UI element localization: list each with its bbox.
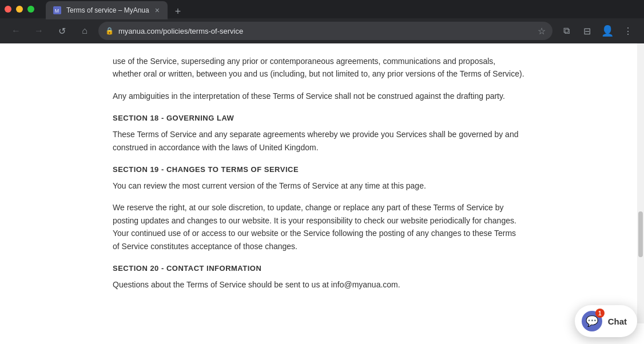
tab-close-button[interactable]: × <box>154 5 161 16</box>
cast-icon: ⊟ <box>583 26 591 37</box>
section-18-paragraph: These Terms of Service and any separate … <box>113 128 524 154</box>
chat-badge: 1 <box>595 309 605 318</box>
intro-paragraph: use of the Service, superseding any prio… <box>113 55 524 81</box>
section-19-paragraph-1: You can review the most current version … <box>113 179 524 192</box>
extensions-button[interactable]: ⧉ <box>557 22 575 40</box>
chat-icon: 💬 <box>586 315 598 327</box>
scrollbar[interactable] <box>637 43 644 323</box>
section-18-heading: SECTION 18 - GOVERNING LAW <box>113 114 524 122</box>
section-20-paragraph: Questions about the Terms of Service sho… <box>113 278 524 291</box>
chat-widget[interactable]: 💬 1 Chat <box>575 305 637 337</box>
active-tab[interactable]: M Terms of service – MyAnua × <box>46 1 168 19</box>
back-button[interactable]: ← <box>7 22 25 40</box>
tab-favicon: M <box>53 6 62 15</box>
cast-button[interactable]: ⊟ <box>578 22 596 40</box>
content-area: use of the Service, superseding any prio… <box>0 43 637 323</box>
account-button[interactable]: 👤 <box>598 22 617 40</box>
back-icon: ← <box>11 26 21 36</box>
new-tab-button[interactable]: + <box>170 3 186 19</box>
scrollbar-thumb[interactable] <box>638 211 643 257</box>
page-content: use of the Service, superseding any prio… <box>0 43 644 323</box>
plus-icon: + <box>175 6 181 18</box>
chat-label: Chat <box>608 317 627 326</box>
address-bar-container[interactable]: 🔒 ☆ <box>98 22 552 40</box>
reload-icon: ↺ <box>58 26 66 37</box>
svg-text:M: M <box>55 8 59 14</box>
maximize-button[interactable] <box>27 6 34 13</box>
chat-icon-wrap: 💬 1 <box>582 311 602 331</box>
toolbar-actions: ⧉ ⊟ 👤 ⋮ <box>557 22 637 40</box>
content-body: use of the Service, superseding any prio… <box>101 55 536 291</box>
forward-button[interactable]: → <box>30 22 48 40</box>
section-19-heading: SECTION 19 - CHANGES TO TERMS OF SERVICE <box>113 165 524 174</box>
section-19-paragraph-2: We reserve the right, at our sole discre… <box>113 201 524 253</box>
lock-icon: 🔒 <box>105 27 114 35</box>
window-controls <box>5 6 34 13</box>
title-bar: M Terms of service – MyAnua × + <box>0 0 644 18</box>
toolbar: ← → ↺ ⌂ 🔒 ☆ ⧉ ⊟ 👤 ⋮ <box>0 18 644 43</box>
menu-icon: ⋮ <box>623 26 633 37</box>
close-button[interactable] <box>5 6 11 13</box>
extensions-icon: ⧉ <box>563 26 570 36</box>
home-button[interactable]: ⌂ <box>75 22 94 40</box>
bookmark-icon[interactable]: ☆ <box>538 26 546 37</box>
browser-chrome: M Terms of service – MyAnua × + ← → ↺ ⌂ … <box>0 0 644 43</box>
tabs-bar: M Terms of service – MyAnua × + <box>41 0 190 19</box>
account-icon: 👤 <box>601 25 614 37</box>
menu-button[interactable]: ⋮ <box>619 22 637 40</box>
minimize-button[interactable] <box>16 6 23 13</box>
ambiguities-paragraph: Any ambiguities in the interpretation of… <box>113 90 524 102</box>
reload-button[interactable]: ↺ <box>53 22 71 40</box>
address-bar[interactable] <box>118 27 533 35</box>
home-icon: ⌂ <box>82 26 88 36</box>
tab-title: Terms of service – MyAnua <box>66 6 149 14</box>
forward-icon: → <box>34 26 43 36</box>
section-20-heading: SECTION 20 - CONTACT INFORMATION <box>113 264 524 273</box>
